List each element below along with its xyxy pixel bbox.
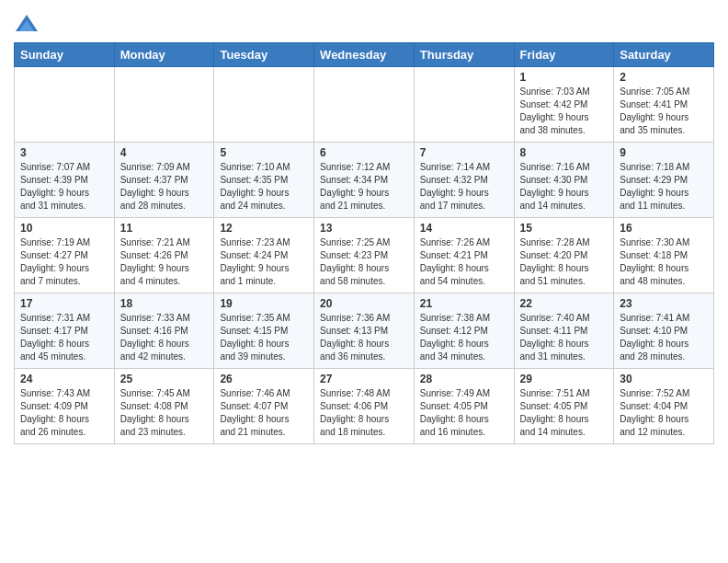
day-number: 27 — [320, 373, 408, 385]
day-cell: 15Sunrise: 7:28 AM Sunset: 4:20 PM Dayli… — [514, 218, 614, 293]
logo-icon — [14, 13, 40, 39]
day-info: Sunrise: 7:46 AM Sunset: 4:07 PM Dayligh… — [220, 387, 308, 439]
day-cell: 25Sunrise: 7:45 AM Sunset: 4:08 PM Dayli… — [114, 369, 214, 444]
day-cell: 7Sunrise: 7:14 AM Sunset: 4:32 PM Daylig… — [414, 143, 514, 218]
day-info: Sunrise: 7:09 AM Sunset: 4:37 PM Dayligh… — [120, 161, 209, 213]
day-number: 21 — [420, 297, 508, 310]
week-row-4: 17Sunrise: 7:31 AM Sunset: 4:17 PM Dayli… — [15, 293, 714, 369]
day-info: Sunrise: 7:10 AM Sunset: 4:35 PM Dayligh… — [220, 161, 308, 213]
day-number: 1 — [520, 71, 609, 84]
day-cell: 26Sunrise: 7:46 AM Sunset: 4:07 PM Dayli… — [214, 369, 314, 444]
day-cell: 14Sunrise: 7:26 AM Sunset: 4:21 PM Dayli… — [414, 218, 514, 293]
day-info: Sunrise: 7:28 AM Sunset: 4:20 PM Dayligh… — [520, 236, 609, 288]
header-cell-wednesday: Wednesday — [314, 43, 415, 67]
day-cell — [214, 67, 314, 143]
day-cell — [414, 67, 514, 143]
day-info: Sunrise: 7:48 AM Sunset: 4:06 PM Dayligh… — [320, 387, 408, 439]
day-number: 3 — [20, 146, 108, 159]
day-info: Sunrise: 7:36 AM Sunset: 4:13 PM Dayligh… — [320, 312, 408, 363]
day-info: Sunrise: 7:45 AM Sunset: 4:08 PM Dayligh… — [120, 387, 209, 439]
header-cell-sunday: Sunday — [15, 43, 115, 67]
day-cell: 3Sunrise: 7:07 AM Sunset: 4:39 PM Daylig… — [15, 143, 115, 218]
day-info: Sunrise: 7:33 AM Sunset: 4:16 PM Dayligh… — [120, 312, 209, 363]
header-cell-friday: Friday — [514, 43, 614, 67]
day-cell: 18Sunrise: 7:33 AM Sunset: 4:16 PM Dayli… — [114, 293, 214, 369]
day-cell: 19Sunrise: 7:35 AM Sunset: 4:15 PM Dayli… — [214, 293, 314, 369]
day-cell: 16Sunrise: 7:30 AM Sunset: 4:18 PM Dayli… — [614, 218, 714, 293]
day-number: 18 — [120, 297, 209, 310]
day-info: Sunrise: 7:35 AM Sunset: 4:15 PM Dayligh… — [220, 312, 308, 363]
day-number: 24 — [20, 373, 108, 385]
day-number: 22 — [520, 297, 609, 310]
day-info: Sunrise: 7:30 AM Sunset: 4:18 PM Dayligh… — [620, 236, 708, 288]
day-cell — [114, 67, 214, 143]
day-info: Sunrise: 7:07 AM Sunset: 4:39 PM Dayligh… — [20, 161, 108, 213]
day-number: 10 — [20, 222, 108, 235]
day-info: Sunrise: 7:51 AM Sunset: 4:05 PM Dayligh… — [520, 387, 609, 439]
day-info: Sunrise: 7:14 AM Sunset: 4:32 PM Dayligh… — [420, 161, 508, 213]
header-cell-tuesday: Tuesday — [214, 43, 314, 67]
week-row-5: 24Sunrise: 7:43 AM Sunset: 4:09 PM Dayli… — [15, 369, 714, 444]
day-number: 29 — [520, 373, 609, 385]
day-number: 11 — [120, 222, 209, 235]
day-number: 19 — [220, 297, 308, 310]
header — [14, 9, 714, 39]
day-number: 12 — [220, 222, 308, 235]
day-number: 15 — [520, 222, 609, 235]
day-number: 5 — [220, 146, 308, 159]
day-info: Sunrise: 7:40 AM Sunset: 4:11 PM Dayligh… — [520, 312, 609, 363]
day-cell: 27Sunrise: 7:48 AM Sunset: 4:06 PM Dayli… — [314, 369, 415, 444]
calendar-header: SundayMondayTuesdayWednesdayThursdayFrid… — [15, 43, 714, 67]
day-cell: 20Sunrise: 7:36 AM Sunset: 4:13 PM Dayli… — [314, 293, 415, 369]
day-cell: 24Sunrise: 7:43 AM Sunset: 4:09 PM Dayli… — [15, 369, 115, 444]
day-cell: 8Sunrise: 7:16 AM Sunset: 4:30 PM Daylig… — [514, 143, 614, 218]
day-info: Sunrise: 7:25 AM Sunset: 4:23 PM Dayligh… — [320, 236, 408, 288]
day-number: 28 — [420, 373, 508, 385]
day-cell: 28Sunrise: 7:49 AM Sunset: 4:05 PM Dayli… — [414, 369, 514, 444]
page-container: SundayMondayTuesdayWednesdayThursdayFrid… — [0, 0, 728, 449]
week-row-1: 1Sunrise: 7:03 AM Sunset: 4:42 PM Daylig… — [15, 67, 714, 143]
day-cell: 9Sunrise: 7:18 AM Sunset: 4:29 PM Daylig… — [614, 143, 714, 218]
day-cell: 21Sunrise: 7:38 AM Sunset: 4:12 PM Dayli… — [414, 293, 514, 369]
day-info: Sunrise: 7:19 AM Sunset: 4:27 PM Dayligh… — [20, 236, 108, 288]
day-cell — [15, 67, 115, 143]
day-cell: 13Sunrise: 7:25 AM Sunset: 4:23 PM Dayli… — [314, 218, 415, 293]
day-info: Sunrise: 7:23 AM Sunset: 4:24 PM Dayligh… — [220, 236, 308, 288]
day-number: 6 — [320, 146, 408, 159]
day-cell: 23Sunrise: 7:41 AM Sunset: 4:10 PM Dayli… — [614, 293, 714, 369]
day-cell: 5Sunrise: 7:10 AM Sunset: 4:35 PM Daylig… — [214, 143, 314, 218]
day-number: 2 — [620, 71, 708, 84]
day-info: Sunrise: 7:03 AM Sunset: 4:42 PM Dayligh… — [520, 86, 609, 137]
day-cell: 30Sunrise: 7:52 AM Sunset: 4:04 PM Dayli… — [614, 369, 714, 444]
day-number: 8 — [520, 146, 609, 159]
header-row: SundayMondayTuesdayWednesdayThursdayFrid… — [15, 43, 714, 67]
day-info: Sunrise: 7:41 AM Sunset: 4:10 PM Dayligh… — [620, 312, 708, 363]
day-cell: 10Sunrise: 7:19 AM Sunset: 4:27 PM Dayli… — [15, 218, 115, 293]
day-info: Sunrise: 7:43 AM Sunset: 4:09 PM Dayligh… — [20, 387, 108, 439]
day-number: 26 — [220, 373, 308, 385]
day-info: Sunrise: 7:18 AM Sunset: 4:29 PM Dayligh… — [620, 161, 708, 213]
day-cell: 1Sunrise: 7:03 AM Sunset: 4:42 PM Daylig… — [514, 67, 614, 143]
day-cell: 29Sunrise: 7:51 AM Sunset: 4:05 PM Dayli… — [514, 369, 614, 444]
day-number: 20 — [320, 297, 408, 310]
day-number: 30 — [620, 373, 708, 385]
header-cell-monday: Monday — [114, 43, 214, 67]
day-number: 9 — [620, 146, 708, 159]
day-cell: 12Sunrise: 7:23 AM Sunset: 4:24 PM Dayli… — [214, 218, 314, 293]
day-number: 17 — [20, 297, 108, 310]
day-number: 25 — [120, 373, 209, 385]
week-row-2: 3Sunrise: 7:07 AM Sunset: 4:39 PM Daylig… — [15, 143, 714, 218]
day-cell: 2Sunrise: 7:05 AM Sunset: 4:41 PM Daylig… — [614, 67, 714, 143]
day-info: Sunrise: 7:26 AM Sunset: 4:21 PM Dayligh… — [420, 236, 508, 288]
day-number: 13 — [320, 222, 408, 235]
day-cell: 4Sunrise: 7:09 AM Sunset: 4:37 PM Daylig… — [114, 143, 214, 218]
day-info: Sunrise: 7:12 AM Sunset: 4:34 PM Dayligh… — [320, 161, 408, 213]
day-cell — [314, 67, 415, 143]
header-cell-saturday: Saturday — [614, 43, 714, 67]
day-info: Sunrise: 7:05 AM Sunset: 4:41 PM Dayligh… — [620, 86, 708, 137]
day-number: 16 — [620, 222, 708, 235]
day-number: 4 — [120, 146, 209, 159]
day-cell: 11Sunrise: 7:21 AM Sunset: 4:26 PM Dayli… — [114, 218, 214, 293]
header-cell-thursday: Thursday — [414, 43, 514, 67]
day-info: Sunrise: 7:52 AM Sunset: 4:04 PM Dayligh… — [620, 387, 708, 439]
